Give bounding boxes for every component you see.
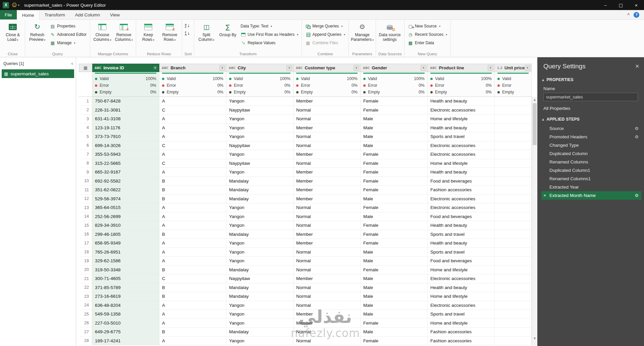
query-list-item-supermarket-sales[interactable]: ▦ supermarket_sales: [2, 69, 74, 78]
cell[interactable]: Normal: [293, 141, 361, 150]
scrollbar-thumb[interactable]: [533, 103, 537, 145]
row-number[interactable]: 13: [79, 203, 92, 212]
cell[interactable]: A: [159, 150, 226, 159]
sort-descending-button[interactable]: ZA ↓: [184, 30, 191, 37]
gear-icon[interactable]: ⚙: [635, 193, 639, 198]
cell[interactable]: Male: [361, 283, 428, 292]
cell[interactable]: Mandalay: [226, 328, 293, 337]
cell[interactable]: 123-19-1176: [92, 124, 159, 133]
cell[interactable]: [495, 141, 532, 150]
cell[interactable]: Sports and travel: [428, 248, 495, 257]
cell[interactable]: 273-16-6619: [92, 292, 159, 301]
cell[interactable]: B: [159, 177, 226, 186]
cell[interactable]: Yangon: [226, 319, 293, 328]
cell[interactable]: [495, 230, 532, 239]
tab-add-column[interactable]: Add Column: [70, 10, 105, 19]
applied-step-promoted-headers[interactable]: ✕Promoted Headers⚙: [541, 133, 641, 141]
cell[interactable]: Fashion accessories: [428, 328, 495, 337]
cell[interactable]: Food and beverages: [428, 177, 495, 186]
cell[interactable]: Electronic accessories: [428, 203, 495, 212]
merge-queries-button[interactable]: Merge Queries▾: [304, 22, 347, 30]
row-number[interactable]: 4: [79, 124, 92, 133]
column-type-icon[interactable]: ABC: [162, 66, 168, 70]
applied-steps-section-header[interactable]: ▲ APPLIED STEPS: [537, 114, 644, 124]
help-icon[interactable]: ?: [634, 12, 639, 18]
cell[interactable]: 319-50-3348: [92, 266, 159, 275]
cell[interactable]: Member: [293, 319, 361, 328]
cell[interactable]: [495, 266, 532, 275]
enter-data-button[interactable]: ▦ Enter Data: [406, 39, 449, 47]
replace-values-button[interactable]: ¹₂ Replace Values: [239, 39, 300, 47]
cell[interactable]: Yangon: [226, 124, 293, 133]
cell[interactable]: [495, 106, 532, 115]
row-number[interactable]: 5: [79, 132, 92, 141]
column-header-product-line[interactable]: ABCProduct line▾: [428, 64, 495, 72]
cell[interactable]: Female: [361, 266, 428, 275]
cell[interactable]: [495, 195, 532, 204]
cell[interactable]: Normal: [293, 301, 361, 310]
refresh-preview-button[interactable]: ↻ Refresh Preview▾: [27, 21, 48, 50]
applied-step-duplicated-column1[interactable]: ✕Duplicated Column1⚙: [541, 166, 641, 175]
row-number[interactable]: 27: [79, 328, 92, 337]
cell[interactable]: 227-03-5010: [92, 319, 159, 328]
cell[interactable]: B: [159, 195, 226, 204]
row-number[interactable]: 16: [79, 230, 92, 239]
cell[interactable]: Normal: [293, 203, 361, 212]
cell[interactable]: A: [159, 212, 226, 221]
cell[interactable]: Normal: [293, 221, 361, 230]
cell[interactable]: Yangon: [226, 115, 293, 124]
cell[interactable]: Male: [361, 257, 428, 266]
cell[interactable]: Female: [361, 221, 428, 230]
cell[interactable]: B: [159, 186, 226, 195]
cell[interactable]: [495, 274, 532, 283]
cell[interactable]: A: [159, 124, 226, 133]
cell[interactable]: 649-29-6775: [92, 328, 159, 337]
cell[interactable]: B: [159, 230, 226, 239]
cell[interactable]: Male: [361, 248, 428, 257]
cell[interactable]: A: [159, 257, 226, 266]
cell[interactable]: Male: [361, 274, 428, 283]
tab-transform[interactable]: Transform: [40, 10, 70, 19]
append-queries-button[interactable]: Append Queries▾: [304, 31, 347, 38]
cell[interactable]: Home and lifestyle: [428, 266, 495, 275]
cell[interactable]: Mandalay: [226, 292, 293, 301]
column-header-customer-type[interactable]: ABCCustomer type▾: [293, 64, 361, 72]
cell[interactable]: Normal: [293, 266, 361, 275]
cell[interactable]: 829-34-3910: [92, 221, 159, 230]
cell[interactable]: Home and lifestyle: [428, 292, 495, 301]
cell[interactable]: 329-62-1586: [92, 257, 159, 266]
cell[interactable]: Mandalay: [226, 177, 293, 186]
cell[interactable]: Yangon: [226, 301, 293, 310]
applied-step-renamed-columns1[interactable]: ✕Renamed Columns1⚙: [541, 175, 641, 183]
cell[interactable]: Member: [293, 310, 361, 319]
cell[interactable]: Normal: [293, 328, 361, 337]
cell[interactable]: Electronic accessories: [428, 195, 495, 204]
cell[interactable]: A: [159, 337, 226, 346]
scroll-up-icon[interactable]: ▲: [532, 97, 537, 102]
filter-dropdown-icon[interactable]: ▾: [488, 65, 493, 71]
cell[interactable]: [495, 150, 532, 159]
recent-sources-button[interactable]: ◷ Recent Sources▾: [406, 31, 449, 38]
manage-button[interactable]: ▦ Manage▾: [48, 39, 88, 47]
cell[interactable]: Member: [293, 97, 361, 106]
cell[interactable]: Yangon: [226, 337, 293, 346]
remove-columns-button[interactable]: Remove Columns▾: [113, 21, 134, 50]
cell[interactable]: Food and beverages: [428, 212, 495, 221]
row-number[interactable]: 12: [79, 195, 92, 204]
cell[interactable]: 365-64-0515: [92, 203, 159, 212]
cell[interactable]: 299-46-1805: [92, 230, 159, 239]
cell[interactable]: Normal: [293, 212, 361, 221]
column-type-icon[interactable]: 1.2: [497, 66, 502, 70]
cell[interactable]: [495, 124, 532, 133]
row-number[interactable]: 6: [79, 141, 92, 150]
cell[interactable]: Member: [293, 124, 361, 133]
applied-step-extracted-year[interactable]: ✕Extracted Year⚙: [541, 183, 641, 191]
column-type-icon[interactable]: ABC: [229, 66, 235, 70]
cell[interactable]: 549-59-1358: [92, 310, 159, 319]
feedback-smiley-icon[interactable]: ☺: [12, 2, 17, 8]
cell[interactable]: 226-31-3081: [92, 106, 159, 115]
maximize-button[interactable]: □: [613, 0, 629, 10]
cell[interactable]: [495, 168, 532, 177]
cell[interactable]: Mandalay: [226, 266, 293, 275]
cell[interactable]: Female: [361, 203, 428, 212]
